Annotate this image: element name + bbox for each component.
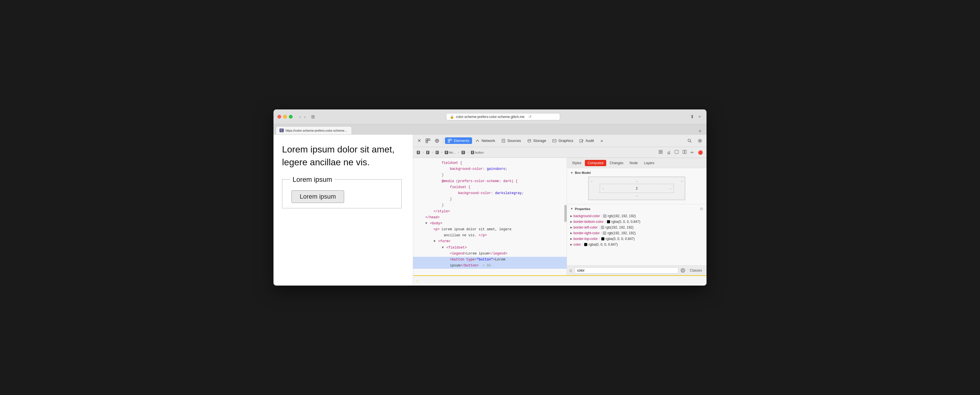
- properties-header[interactable]: ▼ Properties ⊙: [570, 207, 703, 211]
- new-tab-icon-button[interactable]: ＋: [696, 127, 704, 134]
- prop-row-border-left-color[interactable]: ▶ border-left-color : rgb(192, 192, 192): [570, 225, 703, 230]
- prop-arrow-3[interactable]: ▶: [570, 226, 572, 229]
- prop-swatch-1[interactable]: [603, 214, 606, 218]
- breadcrumb-item-fiel[interactable]: E fiel...: [443, 150, 457, 155]
- address-input-wrap: 🔒 color-scheme-prefers-color-scheme.glit…: [446, 113, 560, 120]
- bc-layout-btn[interactable]: [681, 149, 688, 156]
- right-panel-tabs: Styles Computed Changes Node Layers: [567, 158, 706, 168]
- properties-options-btn[interactable]: ⊙: [700, 207, 703, 211]
- prop-value-6: rgba(0, 0, 0, 0.847): [589, 242, 617, 247]
- tab-graphics[interactable]: Graphics: [550, 137, 576, 144]
- box-model-header[interactable]: ▼ Box Model: [570, 171, 703, 174]
- prop-name-1: background-color: [573, 214, 600, 218]
- bc-edit-btn[interactable]: ✏: [689, 149, 695, 156]
- tab-sources[interactable]: Sources: [498, 137, 524, 144]
- svg-rect-7: [450, 139, 452, 140]
- tab-favicon: C: [280, 129, 284, 132]
- svg-rect-22: [675, 150, 678, 154]
- close-traffic-light[interactable]: [277, 115, 281, 119]
- tab-layers[interactable]: Layers: [641, 160, 657, 166]
- tab-label: https://color-scheme-prefers-color-schem…: [285, 129, 348, 132]
- tab-elements[interactable]: Elements: [445, 137, 472, 144]
- tab-network[interactable]: Network: [473, 137, 498, 144]
- search-button[interactable]: [686, 137, 694, 144]
- filter-clear-button[interactable]: ✕: [681, 268, 685, 273]
- preview-legend: Lorem ipsum: [290, 175, 334, 183]
- share-button[interactable]: ⬆: [690, 113, 695, 120]
- box-model-diagram: – – – – 2 –: [588, 177, 685, 200]
- minimize-traffic-light[interactable]: [283, 115, 287, 119]
- bm-inner-row: – 2 –: [602, 186, 671, 190]
- scrollbar-thumb[interactable]: [564, 205, 566, 222]
- title-bar: ‹ › ⊞ 🔒 color-scheme-prefers-color-schem…: [274, 110, 706, 124]
- prop-row-border-bottom-color[interactable]: ▶ border-bottom-color : rgba(0, 0, 0, 0.…: [570, 219, 703, 225]
- tabs-button[interactable]: ⊞: [309, 113, 317, 120]
- prop-row-border-top-color[interactable]: ▶ border-top-color : rgba(0, 0, 0, 0.847…: [570, 236, 703, 242]
- prop-value-3: rgb(192, 192, 192): [605, 225, 633, 229]
- tab-changes[interactable]: Changes: [607, 160, 626, 166]
- url-display[interactable]: color-scheme-prefers-color-scheme.glitch…: [456, 115, 525, 119]
- maximize-traffic-light[interactable]: [289, 115, 293, 119]
- prop-swatch-6[interactable]: [584, 243, 587, 246]
- prop-arrow-6[interactable]: ▶: [570, 243, 572, 246]
- breadcrumb-item-5[interactable]: E: [460, 150, 466, 155]
- prop-row-color[interactable]: ▶ color : rgba(0, 0, 0, 0.847): [570, 242, 703, 247]
- tab-styles[interactable]: Styles: [569, 160, 584, 166]
- code-line-selected[interactable]: <button type="button">Lorem: [413, 257, 566, 263]
- properties-title: Properties: [575, 207, 590, 210]
- svg-rect-8: [448, 141, 450, 142]
- refresh-icon[interactable]: ↺: [528, 115, 531, 119]
- prop-arrow-2[interactable]: ▶: [570, 220, 572, 223]
- prop-row-background-color[interactable]: ▶ background-color : rgb(192, 192, 192): [570, 213, 703, 219]
- tab-audit-label: Audit: [585, 139, 594, 143]
- bc-inspect-btn[interactable]: [673, 149, 680, 156]
- console-arrow-icon: ›: [417, 279, 418, 283]
- filter-input[interactable]: [574, 267, 678, 274]
- bc-color-btn[interactable]: 🔴: [697, 149, 704, 156]
- breadcrumb-item-button[interactable]: E button: [469, 150, 485, 155]
- svg-rect-0: [426, 139, 428, 140]
- prop-value-2: rgba(0, 0, 0, 0.847): [611, 220, 640, 224]
- forward-button[interactable]: ›: [303, 114, 307, 120]
- address-icons: ⬆ ＋: [690, 113, 703, 120]
- prop-swatch-5[interactable]: [601, 237, 605, 241]
- preview-button[interactable]: Lorem ipsum: [291, 190, 344, 203]
- back-button[interactable]: ‹: [298, 114, 302, 120]
- prop-arrow-4[interactable]: ▶: [570, 232, 572, 234]
- inspector-icon-button[interactable]: [424, 137, 432, 144]
- prop-swatch-4[interactable]: [603, 231, 606, 235]
- more-tabs-button[interactable]: »: [598, 137, 605, 145]
- bc-grid-btn[interactable]: [657, 149, 664, 156]
- picker-icon-button[interactable]: [433, 137, 441, 144]
- prop-swatch-2[interactable]: [607, 220, 610, 223]
- prop-arrow-1[interactable]: ▶: [570, 215, 572, 217]
- code-line: <legend>Lorem ipsum</legend>: [413, 251, 566, 257]
- tab-audit[interactable]: Audit: [577, 137, 597, 144]
- svg-rect-19: [661, 150, 662, 151]
- tab-storage[interactable]: Storage: [525, 137, 549, 144]
- tab-computed[interactable]: Computed: [585, 160, 606, 166]
- tab-node[interactable]: Node: [627, 160, 641, 166]
- bm-left-dash: –: [602, 187, 604, 190]
- preview-line1: Lorem ipsum dolor sit amet,: [282, 144, 395, 154]
- svg-point-12: [528, 139, 531, 140]
- code-line: background-color: gainsboro;: [413, 166, 566, 172]
- code-line-selected-2[interactable]: ipsum</button> = $0: [413, 263, 566, 269]
- devtools-close-button[interactable]: ✕: [415, 137, 423, 145]
- lock-icon: 🔒: [450, 115, 454, 119]
- classes-button[interactable]: Classes: [687, 268, 704, 273]
- prop-row-border-right-color[interactable]: ▶ border-right-color : rgb(192, 192, 192…: [570, 230, 703, 236]
- new-tab-button[interactable]: ＋: [697, 113, 703, 120]
- breadcrumb-item-3[interactable]: E: [434, 150, 440, 155]
- prop-arrow-5[interactable]: ▶: [570, 237, 572, 240]
- breadcrumb-item-1[interactable]: E: [415, 150, 422, 155]
- bc-print-btn[interactable]: 🖨: [665, 149, 672, 156]
- bm-outer-bottom-row: –: [591, 194, 682, 198]
- element-icon-fiel: E: [445, 151, 448, 154]
- settings-button[interactable]: [696, 137, 704, 144]
- svg-rect-23: [683, 150, 684, 154]
- breadcrumb-item-2[interactable]: E: [425, 150, 431, 155]
- browser-tab[interactable]: C https://color-scheme-prefers-color-sch…: [276, 126, 352, 134]
- prop-swatch-3[interactable]: [601, 226, 604, 229]
- code-pane[interactable]: fieldset { background-color: gainsboro; …: [413, 158, 567, 275]
